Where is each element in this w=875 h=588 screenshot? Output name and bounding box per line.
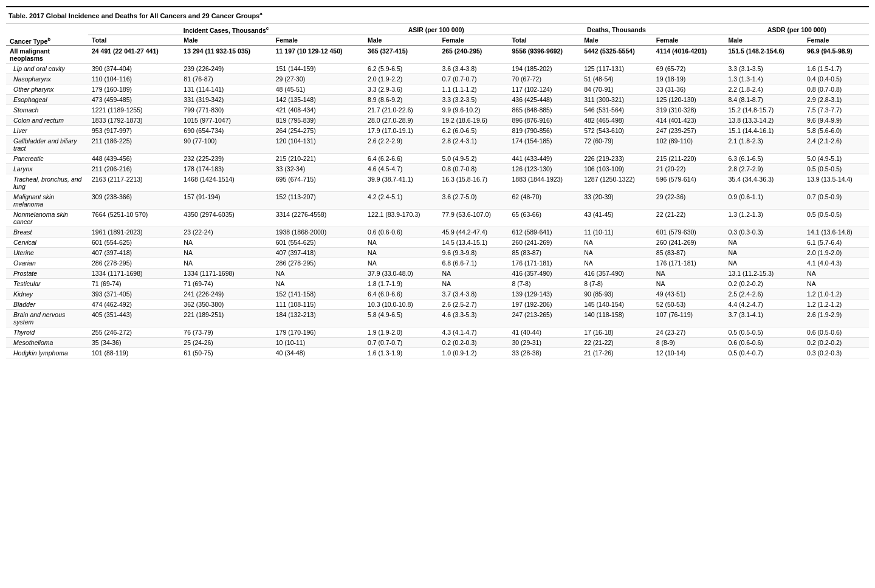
incident-total: 1334 (1171-1698)	[88, 268, 180, 279]
deaths-female: 176 (171-181)	[653, 258, 725, 268]
male-header-3: Male	[580, 35, 653, 46]
incident-male: 239 (226-249)	[180, 64, 272, 74]
asdr-male: 13.8 (13.3-14.2)	[725, 115, 804, 126]
incident-total: 953 (917-997)	[88, 126, 180, 136]
table-row: Hodgkin lymphoma 101 (88-119) 61 (50-75)…	[6, 348, 869, 358]
deaths-female: 29 (22-36)	[653, 192, 725, 210]
deaths-total: 441 (433-449)	[508, 154, 580, 164]
asdr-male: 13.1 (11.2-15.3)	[725, 268, 804, 279]
incident-female: 601 (554-625)	[272, 238, 364, 248]
asir-male: 39.9 (38.7-41.1)	[364, 174, 438, 192]
cancer-type-cell: Cervical	[6, 238, 88, 248]
asir-male: 3.3 (2.9-3.6)	[364, 84, 438, 95]
deaths-male: 11 (10-11)	[580, 227, 653, 238]
incident-female: 151 (144-159)	[272, 64, 364, 74]
table-row: Other pharynx 179 (160-189) 131 (114-141…	[6, 84, 869, 95]
asdr-female: 1.2 (1.2-1.2)	[803, 299, 869, 310]
asir-female: 3.6 (2.7-5.0)	[438, 192, 508, 210]
deaths-total: 65 (63-66)	[508, 210, 580, 227]
asdr-female: 2.4 (2.1-2.6)	[803, 136, 869, 154]
incident-total: 24 491 (22 041-27 441)	[88, 46, 180, 64]
asdr-male: 1.3 (1.3-1.4)	[725, 74, 804, 84]
asir-female: 3.6 (3.4-3.8)	[438, 64, 508, 74]
cancer-type-cell: Liver	[6, 126, 88, 136]
asir-male: 28.0 (27.0-28.9)	[364, 115, 438, 126]
asdr-male: 0.9 (0.6-1.1)	[725, 192, 804, 210]
table-row: Prostate 1334 (1171-1698) 1334 (1171-169…	[6, 268, 869, 279]
asir-male: 0.6 (0.6-0.6)	[364, 227, 438, 238]
incident-male: 1015 (977-1047)	[180, 115, 272, 126]
asdr-female: 14.1 (13.6-14.8)	[803, 227, 869, 238]
deaths-female: 125 (120-130)	[653, 95, 725, 105]
deaths-male: 22 (21-22)	[580, 338, 653, 348]
incident-male: 1468 (1424-1514)	[180, 174, 272, 192]
asir-male: 6.4 (6.0-6.6)	[364, 289, 438, 299]
incident-male: 81 (76-87)	[180, 74, 272, 84]
deaths-female: 596 (579-614)	[653, 174, 725, 192]
asir-female: 0.2 (0.2-0.3)	[438, 338, 508, 348]
total-header-2: Total	[508, 35, 580, 46]
incident-cases-header: Incident Cases, Thousandsc	[88, 23, 364, 35]
deaths-female: 52 (50-53)	[653, 299, 725, 310]
table-row: Tracheal, bronchus, and lung 2163 (2117-…	[6, 174, 869, 192]
incident-male: 131 (114-141)	[180, 84, 272, 95]
deaths-female: 19 (18-19)	[653, 74, 725, 84]
asir-female: 1.0 (0.9-1.2)	[438, 348, 508, 358]
deaths-male: 51 (48-54)	[580, 74, 653, 84]
table-row: Thyroid 255 (246-272) 76 (73-79) 179 (17…	[6, 327, 869, 338]
deaths-male: NA	[580, 238, 653, 248]
table-row: Ovarian 286 (278-295) NA 286 (278-295) N…	[6, 258, 869, 268]
deaths-male: 33 (20-39)	[580, 192, 653, 210]
asir-header: ASIR (per 100 000)	[364, 23, 508, 35]
incident-male: 157 (91-194)	[180, 192, 272, 210]
incident-female: 29 (27-30)	[272, 74, 364, 84]
asdr-female: 7.5 (7.3-7.7)	[803, 105, 869, 115]
incident-total: 255 (246-272)	[88, 327, 180, 338]
deaths-male: NA	[580, 258, 653, 268]
incident-male: 90 (77-100)	[180, 136, 272, 154]
deaths-male: 17 (16-18)	[580, 327, 653, 338]
asdr-male: NA	[725, 248, 804, 258]
asdr-female: 13.9 (13.5-14.4)	[803, 174, 869, 192]
incident-total: 35 (34-36)	[88, 338, 180, 348]
female-header-2: Female	[438, 35, 508, 46]
incident-total: 101 (88-119)	[88, 348, 180, 358]
asdr-female: 96.9 (94.5-98.9)	[803, 46, 869, 64]
female-header-3: Female	[653, 35, 725, 46]
deaths-total: 9556 (9396-9692)	[508, 46, 580, 64]
asir-male: NA	[364, 248, 438, 258]
cancer-statistics-table: Table. 2017 Global Incidence and Deaths …	[6, 6, 869, 358]
incident-total: 1833 (1792-1873)	[88, 115, 180, 126]
asir-male: 2.0 (1.9-2.2)	[364, 74, 438, 84]
incident-total: 211 (186-225)	[88, 136, 180, 154]
deaths-female: 4114 (4016-4201)	[653, 46, 725, 64]
asir-female: 9.6 (9.3-9.8)	[438, 248, 508, 258]
asdr-male: 15.1 (14.4-16.1)	[725, 126, 804, 136]
incident-male: NA	[180, 258, 272, 268]
asir-female: 4.3 (4.1-4.7)	[438, 327, 508, 338]
asdr-female: 6.1 (5.7-6.4)	[803, 238, 869, 248]
deaths-total: 70 (67-72)	[508, 74, 580, 84]
asdr-female: 1.2 (1.0-1.2)	[803, 289, 869, 299]
cancer-type-cell: Ovarian	[6, 258, 88, 268]
asdr-female: 0.7 (0.5-0.9)	[803, 192, 869, 210]
table-row: Gallbladder and biliary tract 211 (186-2…	[6, 136, 869, 154]
asdr-male: 2.1 (1.8-2.3)	[725, 136, 804, 154]
incident-total: 407 (397-418)	[88, 248, 180, 258]
asdr-female: 5.8 (5.6-6.0)	[803, 126, 869, 136]
column-group-headers: Cancer Typeb Incident Cases, Thousandsc …	[6, 23, 869, 35]
table-row: Colon and rectum 1833 (1792-1873) 1015 (…	[6, 115, 869, 126]
deaths-total: 41 (40-44)	[508, 327, 580, 338]
incident-female: 286 (278-295)	[272, 258, 364, 268]
female-header-1: Female	[272, 35, 364, 46]
deaths-total: 33 (28-38)	[508, 348, 580, 358]
incident-total: 286 (278-295)	[88, 258, 180, 268]
cancer-type-cell: Tracheal, bronchus, and lung	[6, 174, 88, 192]
table-row: Mesothelioma 35 (34-36) 25 (24-26) 10 (1…	[6, 338, 869, 348]
deaths-male: 1287 (1250-1322)	[580, 174, 653, 192]
asir-male: 8.9 (8.6-9.2)	[364, 95, 438, 105]
deaths-total: 436 (425-448)	[508, 95, 580, 105]
asir-female: 0.7 (0.7-0.7)	[438, 74, 508, 84]
asir-male: NA	[364, 238, 438, 248]
deaths-total: 416 (357-490)	[508, 268, 580, 279]
